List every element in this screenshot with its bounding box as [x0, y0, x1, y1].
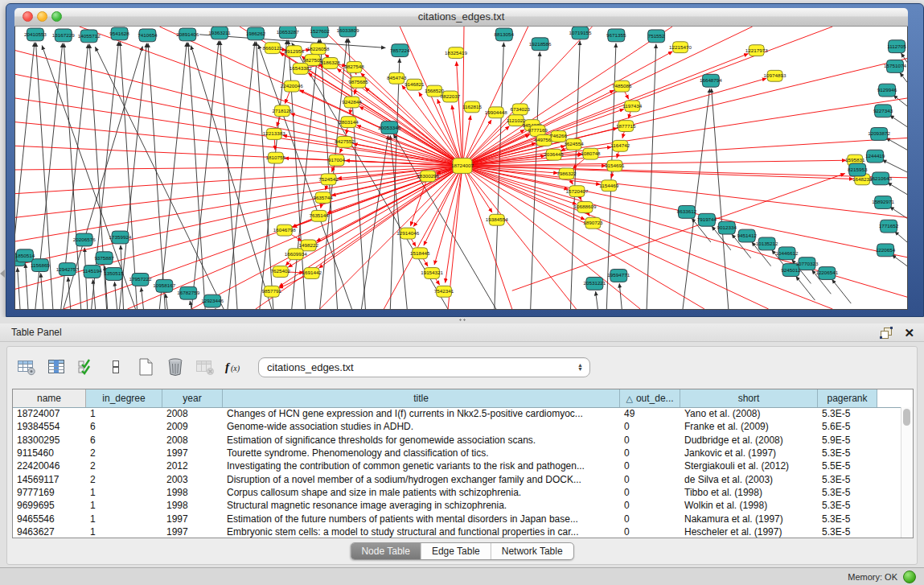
network-node[interactable]: 18724007: [451, 159, 474, 174]
network-node[interactable]: 1164742: [610, 140, 630, 151]
panel-collapse-arrow-icon[interactable]: [0, 270, 5, 278]
tab-node-table[interactable]: Node Table: [351, 543, 421, 559]
network-node[interactable]: 1220654: [876, 244, 896, 257]
network-node[interactable]: 8912954: [285, 46, 305, 57]
network-node[interactable]: 1877715: [616, 121, 636, 132]
table-row[interactable]: 969969511998Structural magnetic resonanc…: [13, 499, 901, 512]
tab-network-table[interactable]: Network Table: [491, 543, 573, 559]
network-node[interactable]: 12217973: [745, 45, 768, 56]
network-node[interactable]: 9635744: [313, 192, 333, 204]
network-node[interactable]: 12093872: [868, 128, 890, 141]
network-node[interactable]: 9375887: [94, 252, 114, 265]
network-node[interactable]: 20206576: [73, 233, 96, 246]
network-node[interactable]: 9827548: [344, 62, 364, 73]
network-node[interactable]: 20531221: [583, 277, 606, 290]
divider-grip-icon[interactable]: [458, 318, 466, 322]
network-graph[interactable]: 1872400786601238912954182260589827505165…: [15, 27, 907, 309]
column-header-out-de-[interactable]: △out_de...: [620, 389, 680, 407]
network-node[interactable]: 8186328: [320, 58, 340, 69]
network-node[interactable]: 746266: [550, 131, 567, 142]
select-columns-button[interactable]: [75, 356, 97, 377]
network-node[interactable]: 10770323: [795, 257, 818, 270]
delete-column-button[interactable]: [164, 356, 187, 377]
scrollbar-thumb[interactable]: [903, 409, 910, 426]
network-node[interactable]: 7635144: [309, 210, 329, 221]
vertical-scrollbar[interactable]: [901, 407, 913, 538]
network-node[interactable]: 16046798: [273, 225, 296, 236]
network-node[interactable]: 19594771: [607, 270, 630, 282]
network-node[interactable]: 7485086: [612, 80, 632, 92]
table-row[interactable]: 946362711997Embryonic stem cells: a mode…: [13, 525, 901, 538]
close-panel-icon[interactable]: ✕: [904, 327, 914, 339]
table-row[interactable]: 977716911998Corpus callosum shape and si…: [13, 486, 901, 499]
network-node[interactable]: 10958167: [153, 279, 175, 292]
network-node[interactable]: 8633612: [677, 205, 697, 218]
network-node[interactable]: 9671355: [606, 29, 626, 42]
network-node[interactable]: 12206541: [815, 267, 838, 280]
network-window-titlebar[interactable]: citations_edges.txt: [14, 8, 908, 27]
network-node[interactable]: 9154691: [605, 160, 625, 171]
network-node[interactable]: 10719155: [569, 27, 592, 39]
network-node[interactable]: 7857224: [390, 44, 410, 57]
table-row[interactable]: 911546021997Tourette syndrome. Phenomeno…: [13, 447, 901, 459]
tab-edge-table[interactable]: Edge Table: [421, 543, 491, 559]
network-node[interactable]: 2803144: [339, 117, 359, 128]
network-node[interactable]: 12213383: [263, 129, 285, 140]
table-row[interactable]: 946554611997Estimation of the future num…: [13, 512, 901, 525]
network-node[interactable]: 15720407: [566, 186, 589, 197]
network-node[interactable]: 9451412: [737, 229, 757, 242]
network-node[interactable]: 12215470: [669, 42, 692, 53]
network-node[interactable]: 1197434: [622, 101, 642, 112]
network-node[interactable]: 8427552: [335, 136, 355, 147]
network-node[interactable]: 19363211: [208, 27, 231, 39]
column-header-pagerank[interactable]: pagerank: [818, 389, 877, 407]
network-node[interactable]: 17957222: [129, 274, 151, 286]
network-node[interactable]: 917004: [328, 154, 345, 166]
network-node[interactable]: 15892971: [872, 196, 894, 209]
network-node[interactable]: 9146821: [405, 79, 425, 90]
network-node[interactable]: 18226058: [307, 43, 330, 55]
network-node[interactable]: 18325419: [445, 47, 467, 59]
network-node[interactable]: 7919744: [697, 213, 717, 226]
network-node[interactable]: 19904448: [485, 107, 507, 118]
network-node[interactable]: 9227343: [873, 105, 893, 117]
network-node[interactable]: 10446612: [776, 247, 799, 260]
table-row[interactable]: 2242004622012Investigating the contribut…: [13, 459, 901, 472]
network-node[interactable]: 8660123: [263, 43, 283, 54]
network-node[interactable]: 16543382: [290, 63, 312, 74]
network-node[interactable]: 19154321: [421, 268, 443, 279]
create-column-button[interactable]: [134, 356, 157, 377]
network-node[interactable]: 20891406: [176, 28, 199, 41]
network-node[interactable]: 7410654: [138, 29, 158, 42]
network-node[interactable]: 16648794: [700, 74, 722, 87]
column-header-year[interactable]: year: [162, 389, 223, 407]
network-node[interactable]: 10653287: [277, 27, 299, 39]
network-node[interactable]: 8215953: [848, 163, 868, 176]
network-node[interactable]: 10688609: [573, 202, 596, 213]
network-node[interactable]: 8822037: [441, 91, 461, 102]
network-node[interactable]: 16782759: [177, 286, 199, 299]
show-columns-button[interactable]: [45, 356, 68, 377]
network-node[interactable]: 17359924: [109, 231, 132, 244]
network-node[interactable]: 12923446: [201, 295, 224, 307]
column-header-name[interactable]: name: [13, 389, 86, 407]
row-height-button[interactable]: [105, 356, 127, 377]
network-node[interactable]: 9541628: [109, 27, 129, 40]
network-node[interactable]: 1986262: [246, 27, 266, 40]
network-node[interactable]: 1527602: [310, 27, 330, 38]
network-node[interactable]: 9242844: [342, 97, 362, 108]
network-node[interactable]: 1350515: [104, 268, 124, 281]
network-node[interactable]: 13167229: [52, 29, 75, 42]
network-node[interactable]: 6734023: [511, 104, 531, 115]
network-node[interactable]: 1810755: [266, 152, 286, 163]
table-row[interactable]: 1830029562008Estimation of significance …: [13, 434, 901, 447]
split-divider[interactable]: [0, 317, 924, 323]
float-window-icon[interactable]: [880, 327, 893, 339]
network-node[interactable]: 1112705: [887, 40, 906, 53]
network-node[interactable]: 9875685: [348, 76, 368, 88]
network-node[interactable]: 7986322: [556, 168, 577, 179]
network-node[interactable]: 16210643: [869, 172, 892, 185]
table-row[interactable]: 1872400712008Changes of HCN gene express…: [13, 407, 901, 420]
network-node[interactable]: 1154469: [599, 180, 618, 192]
network-node[interactable]: 7542341: [434, 286, 454, 297]
